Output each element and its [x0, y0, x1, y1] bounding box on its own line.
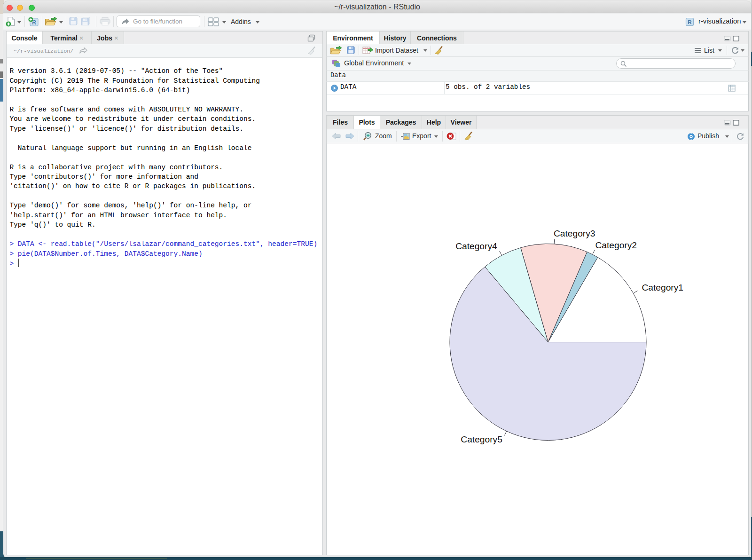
- svg-text:Category1: Category1: [642, 283, 684, 292]
- svg-text:R: R: [688, 19, 692, 25]
- svg-text:Category2: Category2: [595, 240, 637, 250]
- svg-text:Category3: Category3: [554, 229, 595, 238]
- svg-text:Category4: Category4: [455, 241, 497, 251]
- svg-text:Category5: Category5: [461, 434, 502, 444]
